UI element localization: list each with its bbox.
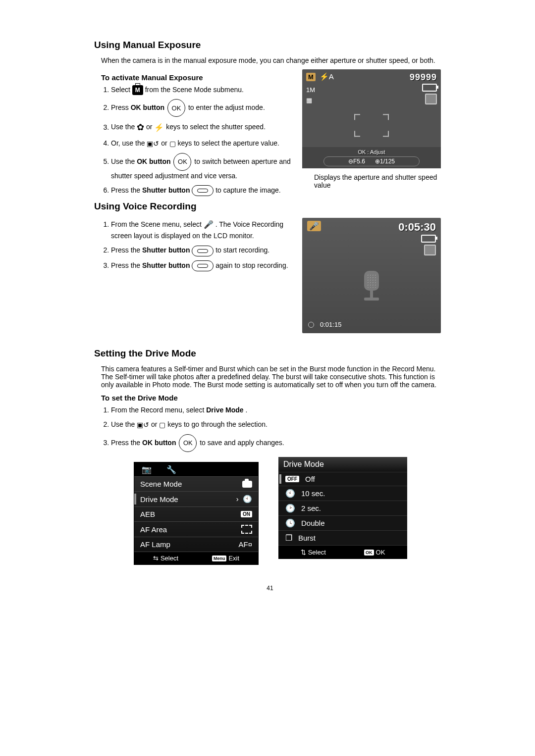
on-badge: ON	[241, 511, 252, 517]
step: Press the Shutter button to capture the …	[111, 185, 292, 196]
label: Scene Mode	[140, 480, 182, 488]
voice-mode-icon: 🎤	[307, 221, 321, 231]
steps-voice-recording: From the Scene menu, select 🎤 . The Voic…	[101, 219, 292, 271]
text: Use the	[111, 157, 137, 165]
off-icon: OFF	[285, 476, 299, 482]
subheading-activate-manual: To activate Manual Exposure	[101, 73, 292, 82]
flash-auto-icon: ⚡A	[320, 72, 334, 81]
focus-frame-icon	[354, 114, 389, 137]
label: AF Lamp	[140, 540, 170, 549]
text: keys to select the aperture value.	[178, 139, 279, 147]
elapsed-time: 0:05:30	[398, 221, 436, 234]
down-flash-icon: ⚡	[154, 122, 164, 134]
text: or	[151, 420, 159, 428]
text: or	[161, 139, 169, 147]
label: Drive Mode	[140, 495, 178, 504]
aperture-value: ⊖F5.6	[348, 158, 365, 165]
label: Select	[308, 549, 326, 556]
menu-row-aeb[interactable]: AEB ON	[134, 506, 258, 521]
text: .	[246, 406, 248, 414]
heading-voice-recording: Using Voice Recording	[94, 201, 446, 212]
text: Press the	[111, 261, 142, 269]
label: Off	[305, 475, 315, 483]
shutter-button-label: Shutter button	[142, 186, 190, 194]
step: Press the Shutter button again to stop r…	[111, 260, 292, 271]
record-menu: 📷 🔧 Scene Mode Drive Mode › 🕙 AEB ON AF	[134, 462, 259, 565]
option-double[interactable]: 🕓 Double	[278, 515, 407, 530]
battery-icon	[421, 235, 436, 243]
label: Exit	[228, 554, 239, 562]
step: Use the ▣↺ or ▢ keys to go through the s…	[111, 419, 446, 430]
timer-off-icon: › 🕙	[236, 495, 252, 504]
lcd-voice-recording: 🎤 0:05:30	[302, 218, 441, 333]
menu-row-drive-mode[interactable]: Drive Mode › 🕙	[134, 491, 258, 506]
text: keys to select the shutter speed.	[166, 123, 266, 131]
ok-adjust-hint: OK : Adjust	[302, 149, 441, 155]
shutter-button-label: Shutter button	[142, 261, 190, 269]
tab-camera-icon[interactable]: 📷	[134, 465, 159, 474]
step: Press OK button OK to enter the adjust m…	[111, 99, 292, 117]
drive-mode-label: Drive Mode	[206, 406, 243, 414]
text: or	[146, 123, 154, 131]
steps-manual-exposure: Select M from the Scene Mode submenu. Pr…	[101, 85, 292, 196]
mode-badge: M	[306, 73, 316, 81]
resolution-icon: 1M	[306, 86, 315, 94]
text: from the Scene Mode submenu.	[145, 86, 244, 94]
label: 10 sec.	[301, 489, 325, 498]
step: Press the OK button OK to save and apply…	[111, 434, 446, 452]
left-macro-icon: ▣↺	[147, 139, 159, 149]
footer-exit: Menu Exit	[212, 554, 239, 562]
af-area-icon	[241, 525, 252, 534]
text: Use the	[111, 123, 137, 131]
label: AF Area	[140, 525, 167, 534]
label: OK	[376, 549, 385, 556]
step: Press the Shutter button to start record…	[111, 245, 292, 256]
label: Double	[301, 519, 325, 527]
page: Using Manual Exposure When the camera is…	[45, 0, 490, 611]
text: to enter the adjust mode.	[188, 103, 265, 111]
text: From the Scene menu, select	[111, 220, 204, 228]
tab-settings-icon[interactable]: 🔧	[159, 465, 184, 474]
text: Press the	[111, 246, 142, 254]
text: From the Record menu, select	[111, 406, 206, 414]
menu-row-scene-mode[interactable]: Scene Mode	[134, 476, 258, 491]
manual-mode-icon: M	[132, 85, 143, 95]
option-2sec[interactable]: 🕑 2 sec.	[278, 501, 407, 515]
page-number: 41	[94, 585, 446, 592]
option-off[interactable]: OFF Off	[278, 472, 407, 486]
footer-ok: OK OK	[364, 549, 385, 556]
quality-icon: ▦	[306, 97, 315, 104]
text: Press	[111, 103, 131, 111]
footer-select: ⇅ Select	[301, 549, 326, 556]
steps-drive-mode: From the Record menu, select Drive Mode …	[101, 405, 446, 452]
timer-2-icon: 🕑	[285, 504, 295, 513]
microphone-icon: 🎤	[204, 219, 214, 231]
text: to start recording.	[215, 246, 269, 254]
intro-drive-mode: This camera features a Self-timer and Bu…	[101, 365, 446, 389]
intro-manual-exposure: When the camera is in the manual exposur…	[101, 56, 446, 64]
menu-row-af-lamp[interactable]: AF Lamp AF¤	[134, 537, 258, 552]
heading-drive-mode: Setting the Drive Mode	[94, 348, 446, 359]
ok-button-label: OK button	[142, 439, 176, 447]
sd-card-icon	[425, 94, 437, 104]
up-flower-icon: ✿	[137, 121, 144, 134]
right-play-icon: ▢	[159, 420, 165, 430]
left-macro-icon: ▣↺	[137, 420, 149, 430]
step: Select M from the Scene Mode submenu.	[111, 85, 292, 95]
footer-select: ⇆ Select	[153, 554, 178, 562]
ok-button-icon: OK	[167, 99, 185, 117]
ok-button-label: OK button	[131, 103, 164, 111]
ok-badge: OK	[364, 550, 374, 555]
step: From the Record menu, select Drive Mode …	[111, 405, 446, 415]
right-play-icon: ▢	[169, 139, 176, 149]
option-burst[interactable]: ❐ Burst	[278, 530, 407, 545]
nav-arrows-icon: ⇅	[301, 549, 306, 556]
nav-arrows-icon: ⇆	[153, 554, 159, 562]
menu-row-af-area[interactable]: AF Area	[134, 521, 258, 537]
shutter-button-icon	[192, 260, 214, 271]
text: to save and apply changes.	[200, 439, 284, 447]
text: again to stop recording.	[215, 261, 288, 269]
option-10sec[interactable]: 🕙 10 sec.	[278, 486, 407, 501]
microphone-graphic	[361, 271, 382, 305]
remaining-shots: 99999	[410, 72, 437, 83]
